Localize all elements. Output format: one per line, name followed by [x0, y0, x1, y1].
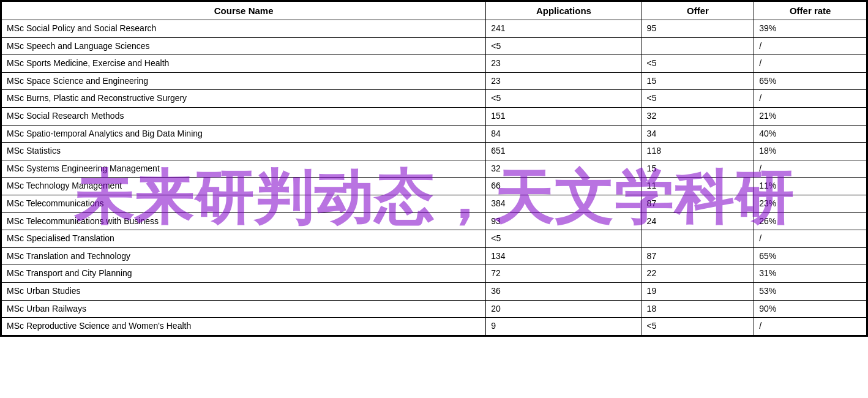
cell-offer: 118 [642, 143, 754, 160]
table-row: MSc Spatio-temporal Analytics and Big Da… [2, 125, 867, 143]
table-row: MSc Urban Studies361953% [2, 282, 867, 300]
cell-offer-rate: 40% [754, 125, 867, 143]
table-row: MSc Statistics65111818% [2, 143, 867, 160]
table-row: MSc Social Research Methods1513221% [2, 107, 867, 125]
table-row: MSc Burns, Plastic and Reconstructive Su… [2, 90, 867, 108]
table-row: MSc Technology Management661111% [2, 178, 867, 195]
cell-offer: 32 [642, 107, 754, 125]
cell-course: MSc Translation and Technology [2, 247, 486, 265]
table-row: MSc Speech and Language Sciences<5/ [2, 37, 867, 55]
header-offer-rate: Offer rate [754, 2, 867, 20]
cell-applications: 384 [486, 195, 642, 212]
table-row: MSc Transport and City Planning722231% [2, 265, 867, 283]
header-course: Course Name [2, 2, 486, 20]
cell-offer [642, 37, 754, 55]
cell-offer: 95 [642, 20, 754, 38]
cell-offer: <5 [642, 55, 754, 73]
cell-offer-rate: 90% [754, 300, 867, 318]
cell-applications: 84 [486, 125, 642, 143]
cell-offer-rate: / [754, 37, 867, 55]
cell-course: MSc Space Science and Engineering [2, 72, 486, 90]
cell-course: MSc Burns, Plastic and Reconstructive Su… [2, 90, 486, 108]
table-row: MSc Social Policy and Social Research241… [2, 20, 867, 38]
cell-course: MSc Statistics [2, 143, 486, 160]
cell-offer-rate: 23% [754, 195, 867, 212]
cell-applications: 32 [486, 160, 642, 178]
cell-applications: 23 [486, 55, 642, 73]
cell-course: MSc Social Research Methods [2, 107, 486, 125]
cell-applications: 241 [486, 20, 642, 38]
cell-offer: 15 [642, 160, 754, 178]
cell-offer: <5 [642, 318, 754, 336]
table-row: MSc Sports Medicine, Exercise and Health… [2, 55, 867, 73]
cell-offer-rate: / [754, 90, 867, 108]
cell-offer-rate: / [754, 318, 867, 336]
cell-offer-rate: 11% [754, 178, 867, 195]
header-offer: Offer [642, 2, 754, 20]
cell-offer-rate: / [754, 55, 867, 73]
table-row: MSc Telecommunications3848723% [2, 195, 867, 212]
cell-offer: 19 [642, 282, 754, 300]
cell-course: MSc Social Policy and Social Research [2, 20, 486, 38]
cell-offer-rate: 39% [754, 20, 867, 38]
table-row: MSc Space Science and Engineering231565% [2, 72, 867, 90]
cell-offer-rate: 53% [754, 282, 867, 300]
cell-course: MSc Spatio-temporal Analytics and Big Da… [2, 125, 486, 143]
cell-offer-rate: / [754, 230, 867, 248]
table-row: MSc Urban Railways201890% [2, 300, 867, 318]
cell-offer: 18 [642, 300, 754, 318]
cell-applications: 20 [486, 300, 642, 318]
cell-applications: <5 [486, 230, 642, 248]
cell-offer: 87 [642, 247, 754, 265]
cell-course: MSc Telecommunications [2, 195, 486, 212]
cell-applications: <5 [486, 90, 642, 108]
cell-course: MSc Urban Studies [2, 282, 486, 300]
cell-applications: 23 [486, 72, 642, 90]
cell-offer: 15 [642, 72, 754, 90]
cell-course: MSc Technology Management [2, 178, 486, 195]
cell-offer [642, 230, 754, 248]
cell-applications: 93 [486, 212, 642, 230]
cell-offer: <5 [642, 90, 754, 108]
cell-applications: 9 [486, 318, 642, 336]
cell-applications: 151 [486, 107, 642, 125]
cell-offer-rate: 18% [754, 143, 867, 160]
cell-course: MSc Telecommunications with Business [2, 212, 486, 230]
cell-offer-rate: 65% [754, 247, 867, 265]
table-row: MSc Specialised Translation<5/ [2, 230, 867, 248]
table-row: MSc Telecommunications with Business9324… [2, 212, 867, 230]
cell-offer: 24 [642, 212, 754, 230]
cell-course: MSc Systems Engineering Management [2, 160, 486, 178]
cell-course: MSc Sports Medicine, Exercise and Health [2, 55, 486, 73]
cell-offer: 87 [642, 195, 754, 212]
header-applications: Applications [486, 2, 642, 20]
cell-offer-rate: 65% [754, 72, 867, 90]
table-row: MSc Translation and Technology1348765% [2, 247, 867, 265]
cell-applications: <5 [486, 37, 642, 55]
data-table: Course Name Applications Offer Offer rat… [0, 0, 868, 337]
table-row: MSc Systems Engineering Management3215/ [2, 160, 867, 178]
cell-course: MSc Urban Railways [2, 300, 486, 318]
cell-offer: 22 [642, 265, 754, 283]
cell-applications: 36 [486, 282, 642, 300]
cell-course: MSc Specialised Translation [2, 230, 486, 248]
cell-offer-rate: 21% [754, 107, 867, 125]
cell-offer-rate: 31% [754, 265, 867, 283]
cell-offer: 34 [642, 125, 754, 143]
cell-offer: 11 [642, 178, 754, 195]
cell-applications: 72 [486, 265, 642, 283]
cell-applications: 651 [486, 143, 642, 160]
cell-offer-rate: / [754, 160, 867, 178]
cell-offer-rate: 26% [754, 212, 867, 230]
cell-applications: 66 [486, 178, 642, 195]
cell-applications: 134 [486, 247, 642, 265]
table-row: MSc Reproductive Science and Women's Hea… [2, 318, 867, 336]
cell-course: MSc Reproductive Science and Women's Hea… [2, 318, 486, 336]
cell-course: MSc Speech and Language Sciences [2, 37, 486, 55]
cell-course: MSc Transport and City Planning [2, 265, 486, 283]
